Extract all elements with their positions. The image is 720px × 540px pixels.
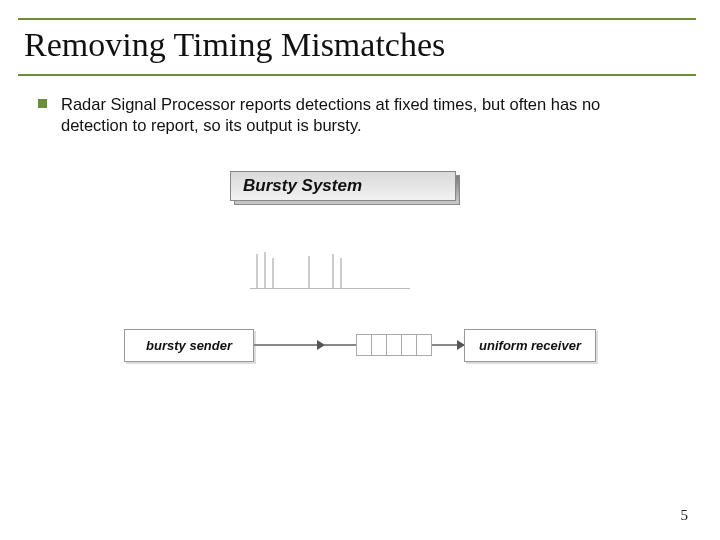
fifo-cell xyxy=(386,334,402,356)
line xyxy=(254,344,324,346)
fifo-cell xyxy=(401,334,417,356)
fifo-cell xyxy=(371,334,387,356)
slide: Removing Timing Mismatches Radar Signal … xyxy=(0,0,720,540)
title-rule: Removing Timing Mismatches xyxy=(18,18,696,76)
diagram: Bursty System bursty sender xyxy=(24,171,696,362)
slide-title: Removing Timing Mismatches xyxy=(24,26,696,64)
fifo-cell xyxy=(416,334,432,356)
pipeline: bursty sender uniform receiver xyxy=(24,329,696,362)
square-bullet-icon xyxy=(38,99,47,108)
connector-fifo xyxy=(324,344,464,346)
bullet-item: Radar Signal Processor reports detection… xyxy=(24,94,696,137)
spike xyxy=(256,254,258,288)
fifo-buffer xyxy=(356,334,432,356)
system-label-box: Bursty System xyxy=(230,171,460,205)
fifo-cell xyxy=(356,334,372,356)
burst-spikes xyxy=(250,245,410,289)
spike xyxy=(264,252,266,288)
system-label: Bursty System xyxy=(230,171,456,201)
sender-node: bursty sender xyxy=(124,329,254,362)
spike xyxy=(332,254,334,288)
spike xyxy=(340,258,342,288)
page-number: 5 xyxy=(681,507,689,524)
spike xyxy=(308,256,310,288)
spike xyxy=(272,258,274,288)
connector-left xyxy=(254,344,324,346)
bullet-text: Radar Signal Processor reports detection… xyxy=(61,94,666,137)
receiver-node: uniform receiver xyxy=(464,329,596,362)
